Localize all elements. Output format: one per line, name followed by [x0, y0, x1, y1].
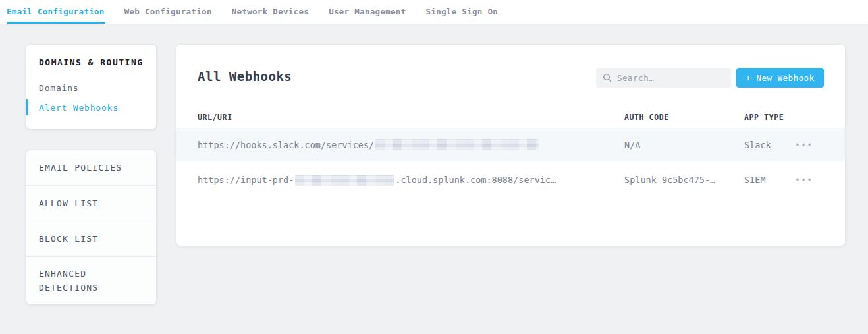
new-webhook-button[interactable]: + New Webhook — [736, 68, 824, 88]
sidebar-item-email-policies[interactable]: EMAIL POLICIES — [26, 150, 156, 186]
webhook-url-cell: https://hooks.slack.com/services/ — [198, 128, 539, 161]
webhook-url-suffix: .cloud.splunk.com:8088/servic… — [395, 175, 556, 185]
sidebar-sections-card: EMAIL POLICIES ALLOW LIST BLOCK LIST ENH… — [26, 150, 156, 304]
column-header-url: URL/URI — [198, 113, 232, 122]
row-menu-ellipsis-icon[interactable]: ••• — [793, 161, 815, 199]
tab-email-configuration[interactable]: Email Configuration — [7, 0, 105, 24]
sidebar-item-block-list[interactable]: BLOCK LIST — [26, 221, 156, 257]
app-type-cell: SIEM — [744, 161, 766, 199]
row-menu-ellipsis-icon[interactable]: ••• — [793, 128, 815, 161]
sidebar-item-allow-list[interactable]: ALLOW LIST — [26, 186, 156, 221]
tab-network-devices[interactable]: Network Devices — [232, 0, 309, 24]
column-header-app-type: APP TYPE — [744, 113, 784, 122]
sidebar-item-label: Domains — [39, 83, 78, 93]
search-input[interactable] — [617, 73, 728, 83]
webhook-url-cell: https://input-prd-.cloud.splunk.com:8088… — [198, 161, 556, 199]
search-icon — [603, 73, 612, 82]
app-type-cell: Slack — [744, 128, 771, 161]
domains-routing-heading: DOMAINS & ROUTING — [26, 57, 156, 67]
column-header-auth-code: AUTH CODE — [624, 113, 669, 122]
sidebar-item-alert-webhooks[interactable]: Alert Webhooks — [26, 97, 156, 117]
page-title: All Webhooks — [198, 69, 292, 84]
webhook-url-text: https://hooks.slack.com/services/ — [198, 140, 374, 150]
table-header-row: URL/URI AUTH CODE APP TYPE — [176, 107, 845, 128]
sidebar-item-domains[interactable]: Domains — [26, 78, 156, 97]
redacted-url-segment — [375, 139, 539, 150]
sidebar-item-label: Alert Webhooks — [39, 103, 119, 113]
auth-code-cell: N/A — [624, 128, 640, 161]
webhook-url-text: https://input-prd- — [198, 175, 294, 185]
redacted-url-segment — [295, 175, 394, 186]
active-indicator-bar — [26, 99, 28, 115]
top-navigation: Email Configuration Web Configuration Ne… — [0, 0, 868, 24]
tab-user-management[interactable]: User Management — [329, 0, 406, 24]
tab-web-configuration[interactable]: Web Configuration — [124, 0, 212, 24]
table-row[interactable]: https://input-prd-.cloud.splunk.com:8088… — [176, 161, 845, 199]
auth-code-cell: Splunk 9c5bc475-… — [624, 161, 715, 199]
search-box[interactable] — [596, 68, 731, 88]
tab-single-sign-on[interactable]: Single Sign On — [426, 0, 499, 24]
table-row[interactable]: https://hooks.slack.com/services/ N/A Sl… — [176, 128, 845, 161]
sidebar-item-enhanced-detections[interactable]: ENHANCED DETECTIONS — [26, 257, 156, 304]
sidebar-domains-routing-card: DOMAINS & ROUTING Domains Alert Webhooks — [26, 45, 156, 129]
webhooks-panel: All Webhooks + New Webhook URL/URI AUTH … — [176, 45, 845, 246]
